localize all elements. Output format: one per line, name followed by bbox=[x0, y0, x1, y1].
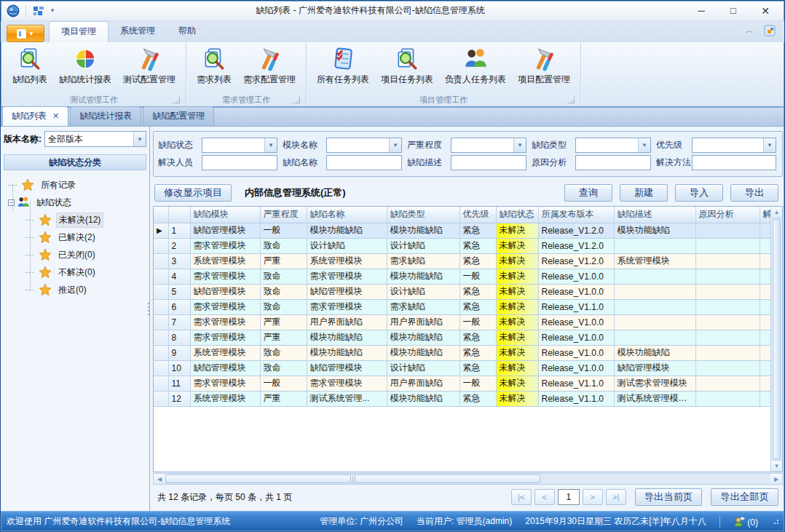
filter-combobox[interactable]: ▼ bbox=[202, 138, 277, 153]
column-header[interactable]: 优先级 bbox=[459, 207, 496, 223]
table-row[interactable]: 9系统管理模块致命模块功能缺陷模块功能缺陷紧急未解决Release_V1.0.0… bbox=[154, 345, 770, 360]
scroll-left-icon[interactable]: ◀ bbox=[154, 474, 165, 484]
next-page-button[interactable]: > bbox=[583, 489, 603, 505]
import-button[interactable]: 导入 bbox=[675, 184, 723, 202]
tree-item-5[interactable]: 已关闭(0) bbox=[8, 246, 146, 263]
combo-arrow-icon[interactable]: ▼ bbox=[133, 132, 146, 146]
column-header[interactable]: 缺陷类型 bbox=[387, 207, 459, 223]
new-button[interactable]: 新建 bbox=[620, 184, 668, 202]
row-number-cell: 5 bbox=[168, 284, 190, 299]
export-button[interactable]: 导出 bbox=[730, 184, 778, 202]
ribbon-button-label: 缺陷统计报表 bbox=[59, 74, 111, 86]
tree-item-1[interactable]: 所有记录 bbox=[8, 176, 146, 194]
application-menu-button[interactable]: ▼ bbox=[7, 25, 44, 42]
tree-item-6[interactable]: 不解决(0) bbox=[8, 263, 146, 281]
table-row[interactable]: 2需求管理模块致命设计缺陷设计缺陷紧急未解决Release_V1.2.0 bbox=[154, 238, 770, 253]
table-row[interactable]: 4需求管理模块致命需求管理模块模块功能缺陷一般未解决Release_V1.0.0 bbox=[154, 269, 770, 284]
combo-arrow-icon[interactable]: ▼ bbox=[763, 138, 776, 152]
dialog-launcher-icon[interactable] bbox=[293, 96, 300, 103]
combo-arrow-icon[interactable]: ▼ bbox=[638, 138, 650, 152]
maximize-button[interactable]: □ bbox=[717, 2, 749, 20]
minimize-button[interactable]: ─ bbox=[685, 2, 717, 20]
column-header[interactable]: 缺陷模块 bbox=[190, 207, 260, 223]
document-tab-2[interactable]: 缺陷统计报表 bbox=[70, 106, 141, 126]
column-header[interactable]: 所属发布版本 bbox=[538, 207, 614, 223]
filter-input[interactable] bbox=[575, 155, 651, 170]
close-button[interactable]: ✕ bbox=[749, 2, 781, 20]
filter-combobox[interactable]: ▼ bbox=[326, 138, 402, 153]
ribbon-button[interactable]: 负责人任务列表 bbox=[439, 45, 512, 87]
filter-input[interactable] bbox=[202, 155, 277, 170]
scroll-down-icon[interactable]: ▼ bbox=[771, 460, 782, 472]
filter-label: 缺陷类型 bbox=[532, 139, 572, 151]
ribbon-tab-1[interactable]: 项目管理 bbox=[49, 21, 109, 42]
column-header[interactable]: 解决方法 bbox=[760, 207, 770, 223]
column-header[interactable]: 缺陷名称 bbox=[307, 207, 387, 223]
modify-display-items-button[interactable]: 修改显示项目 bbox=[154, 184, 232, 202]
document-tab-1[interactable]: 缺陷列表✕ bbox=[2, 106, 68, 126]
filter-input[interactable] bbox=[326, 155, 402, 170]
resize-grip[interactable] bbox=[774, 520, 778, 524]
table-row[interactable]: 8需求管理模块严重模块功能缺陷模块功能缺陷紧急未解决Release_V1.0.0 bbox=[154, 330, 770, 345]
query-button[interactable]: 查询 bbox=[564, 184, 612, 202]
filter-combobox[interactable]: ▼ bbox=[692, 138, 776, 153]
export-current-page-button[interactable]: 导出当前页 bbox=[635, 488, 703, 506]
page-number-input[interactable]: 1 bbox=[558, 489, 580, 505]
vertical-scrollbar[interactable]: ▲ ▼ bbox=[770, 207, 782, 472]
document-tab-3[interactable]: 缺陷配置管理 bbox=[143, 106, 214, 126]
tab-close-icon[interactable]: ✕ bbox=[52, 111, 59, 121]
table-row[interactable]: 7需求管理模块严重用户界面缺陷用户界面缺陷一般未解决Release_V1.0.0 bbox=[154, 314, 770, 330]
tree-item-2[interactable]: −缺陷状态 bbox=[8, 194, 146, 211]
column-header[interactable]: 原因分析 bbox=[695, 207, 760, 223]
filter-combobox[interactable]: ▼ bbox=[451, 138, 526, 153]
table-row[interactable]: 6需求管理模块致命需求管理模块需求缺陷紧急未解决Release_V1.1.0 bbox=[154, 299, 770, 314]
layout-icon[interactable] bbox=[32, 4, 45, 17]
ribbon-button[interactable]: 缺陷统计报表 bbox=[53, 45, 117, 87]
combo-arrow-icon[interactable]: ▼ bbox=[513, 138, 526, 152]
column-header[interactable]: 缺陷状态 bbox=[496, 207, 538, 223]
messages-indicator[interactable]: (0) bbox=[733, 516, 758, 528]
collapse-ribbon-icon[interactable]: ︿ bbox=[746, 26, 754, 35]
table-row[interactable]: 10缺陷管理模块致命缺陷管理模块设计缺陷紧急未解决Release_V1.0.0缺… bbox=[154, 360, 770, 376]
filter-input[interactable] bbox=[692, 155, 776, 170]
filter-input[interactable] bbox=[451, 155, 526, 170]
ribbon-button[interactable]: 项目任务列表 bbox=[375, 45, 439, 87]
combo-arrow-icon[interactable]: ▼ bbox=[264, 138, 277, 152]
ribbon-button[interactable]: 项目配置管理 bbox=[512, 45, 576, 87]
version-combobox[interactable]: 全部版本 ▼ bbox=[44, 131, 146, 147]
column-header[interactable]: 缺陷描述 bbox=[614, 207, 695, 223]
table-row[interactable]: 5缺陷管理模块致命缺陷管理模块设计缺陷紧急未解决Release_V1.0.0 bbox=[154, 284, 770, 299]
table-row[interactable]: ▶1缺陷管理模块一般模块功能缺陷模块功能缺陷紧急未解决Release_V1.2.… bbox=[154, 223, 770, 238]
tree-item-3[interactable]: 未解决(12) bbox=[8, 211, 146, 229]
splitter-handle[interactable] bbox=[146, 303, 150, 315]
last-page-button[interactable]: >| bbox=[606, 489, 626, 505]
tree-item-4[interactable]: 已解决(2) bbox=[8, 229, 146, 246]
tree-item-7[interactable]: 推迟(0) bbox=[8, 281, 146, 298]
ribbon-tab-3[interactable]: 帮助 bbox=[167, 21, 208, 42]
ribbon-tab-2[interactable]: 系统管理 bbox=[109, 21, 167, 42]
export-all-pages-button[interactable]: 导出全部页 bbox=[711, 488, 778, 506]
style-switch-icon[interactable] bbox=[764, 25, 776, 36]
horizontal-scrollbar[interactable]: ◀ ▶ bbox=[153, 473, 783, 485]
ribbon-button[interactable]: 测试配置管理 bbox=[117, 45, 181, 87]
scroll-right-icon[interactable]: ▶ bbox=[770, 474, 782, 484]
dialog-launcher-icon[interactable] bbox=[567, 96, 575, 103]
table-row[interactable]: 3系统管理模块严重系统管理模块需求缺陷紧急未解决Release_V1.2.0系统… bbox=[154, 253, 770, 269]
ribbon-button[interactable]: 所有任务列表 bbox=[311, 45, 375, 87]
column-header[interactable]: 严重程度 bbox=[260, 207, 307, 223]
tree-expander-icon[interactable]: − bbox=[8, 199, 15, 206]
prev-page-button[interactable]: < bbox=[534, 489, 555, 505]
ribbon-button[interactable]: 需求列表 bbox=[191, 45, 237, 87]
ribbon-button[interactable]: 需求配置管理 bbox=[237, 45, 301, 87]
first-page-button[interactable]: |< bbox=[511, 489, 532, 505]
vertical-scroll-thumb[interactable] bbox=[773, 219, 781, 459]
horizontal-scroll-thumb[interactable] bbox=[165, 475, 540, 483]
table-row[interactable]: 11需求管理模块一般需求管理模块用户界面缺陷一般未解决Release_V1.1.… bbox=[154, 376, 770, 391]
quick-access-dropdown-icon[interactable]: ▼ bbox=[50, 7, 55, 14]
dialog-launcher-icon[interactable] bbox=[173, 96, 180, 103]
combo-arrow-icon[interactable]: ▼ bbox=[389, 138, 401, 152]
ribbon-button[interactable]: 缺陷列表 bbox=[7, 45, 53, 87]
filter-combobox[interactable]: ▼ bbox=[575, 138, 651, 153]
table-row[interactable]: 12系统管理模块严重测试系统管理...模块功能缺陷紧急未解决Release_V1… bbox=[154, 391, 770, 406]
scroll-up-icon[interactable]: ▲ bbox=[771, 207, 782, 218]
